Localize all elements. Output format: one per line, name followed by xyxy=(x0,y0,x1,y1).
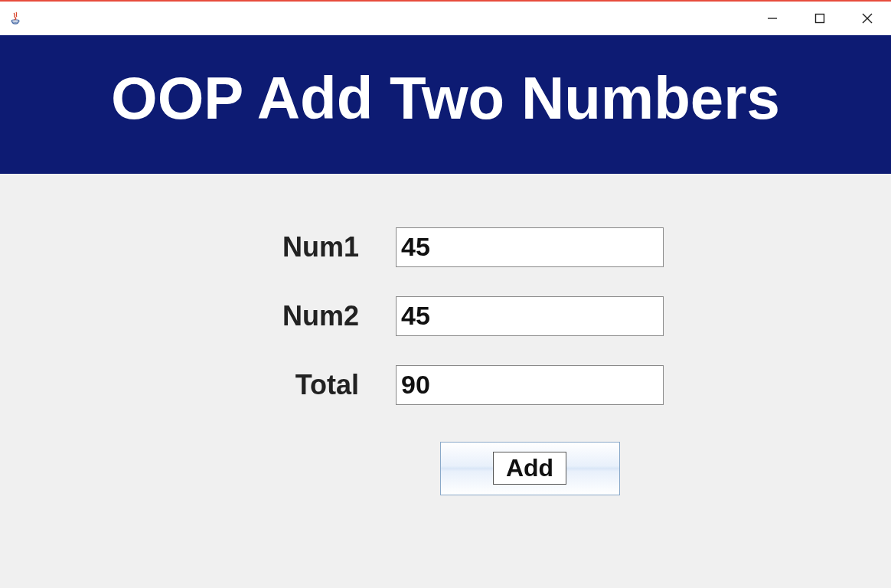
close-button[interactable] xyxy=(844,2,891,35)
maximize-button[interactable] xyxy=(796,2,844,35)
total-label: Total xyxy=(227,369,396,401)
num1-label: Num1 xyxy=(227,231,396,263)
java-app-icon xyxy=(6,9,24,28)
button-row: Add xyxy=(227,442,664,495)
titlebar-left xyxy=(6,9,24,28)
window-controls xyxy=(749,2,891,35)
svg-point-0 xyxy=(11,20,19,22)
num1-input[interactable] xyxy=(396,227,664,267)
num2-input[interactable] xyxy=(396,296,664,336)
minimize-button[interactable] xyxy=(749,2,796,35)
content-pane: OOP Add Two Numbers Num1 Num2 Total Add xyxy=(0,35,891,588)
add-button-label: Add xyxy=(493,452,566,485)
banner-title: OOP Add Two Numbers xyxy=(0,35,891,174)
svg-rect-2 xyxy=(816,15,824,23)
num1-row: Num1 xyxy=(227,227,664,267)
total-input[interactable] xyxy=(396,365,664,405)
num2-label: Num2 xyxy=(227,300,396,332)
num2-row: Num2 xyxy=(227,296,664,336)
titlebar xyxy=(0,2,891,35)
total-row: Total xyxy=(227,365,664,405)
application-window: OOP Add Two Numbers Num1 Num2 Total Add xyxy=(0,0,891,588)
form-area: Num1 Num2 Total Add xyxy=(0,174,891,588)
add-button[interactable]: Add xyxy=(440,442,620,495)
